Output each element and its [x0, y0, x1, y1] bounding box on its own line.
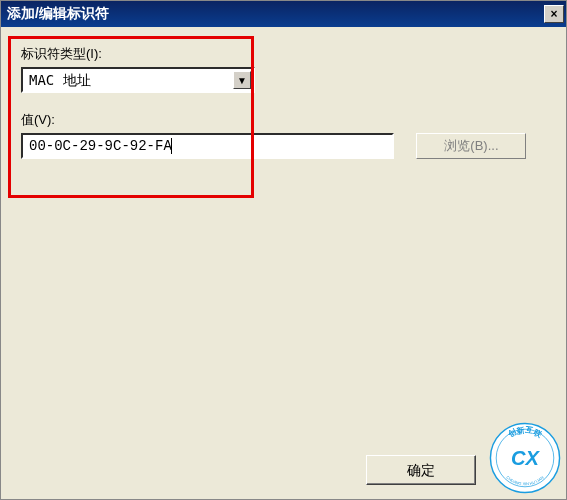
browse-button: 浏览(B)...: [416, 133, 526, 159]
value-text: 00-0C-29-9C-92-FA: [29, 138, 172, 154]
watermark-cx: CX: [511, 447, 541, 469]
value-input[interactable]: 00-0C-29-9C-92-FA: [21, 133, 394, 159]
identifier-type-row: 标识符类型(I): MAC 地址 ▼: [21, 45, 546, 93]
dialog-content: 标识符类型(I): MAC 地址 ▼ 值(V): 00-0C-29-9C-92-…: [1, 27, 566, 499]
button-row: 确定: [1, 455, 566, 485]
identifier-type-select[interactable]: MAC 地址 ▼: [21, 67, 255, 93]
value-row: 值(V): 00-0C-29-9C-92-FA 浏览(B)...: [21, 111, 546, 159]
chevron-down-icon[interactable]: ▼: [233, 71, 251, 89]
watermark-logo: 创新互联 CHUANG XIN HU LIAN CX: [489, 422, 561, 494]
identifier-type-label: 标识符类型(I):: [21, 45, 546, 63]
close-icon: ×: [550, 7, 557, 21]
identifier-type-value: MAC 地址: [23, 69, 253, 93]
ok-button[interactable]: 确定: [366, 455, 476, 485]
close-button[interactable]: ×: [544, 5, 564, 23]
value-label: 值(V):: [21, 111, 546, 129]
text-caret: [171, 138, 172, 154]
dialog-window: 添加/编辑标识符 × 标识符类型(I): MAC 地址 ▼ 值(V): 00-0…: [0, 0, 567, 500]
titlebar: 添加/编辑标识符 ×: [1, 1, 566, 27]
window-title: 添加/编辑标识符: [7, 5, 109, 23]
